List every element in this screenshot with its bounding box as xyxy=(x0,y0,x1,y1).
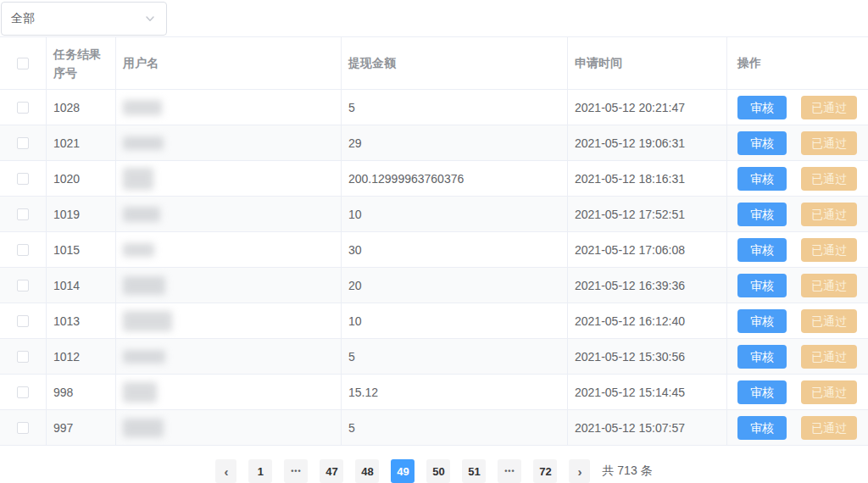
row-checkbox[interactable] xyxy=(17,173,29,185)
amount-cell: 20 xyxy=(342,268,568,303)
amount-cell: 29 xyxy=(342,125,568,160)
time-cell: 2021-05-12 16:12:40 xyxy=(568,303,727,338)
table-header-row: 任务结果序号 用户名 提现金额 申请时间 操作 xyxy=(0,37,868,90)
serial-cell: 1019 xyxy=(47,197,116,231)
select-all-checkbox[interactable] xyxy=(17,58,29,69)
audit-button[interactable]: 审核 xyxy=(737,167,787,191)
passed-button[interactable]: 已通过 xyxy=(801,131,857,155)
redacted-username xyxy=(123,419,164,437)
serial-cell: 1028 xyxy=(47,90,116,125)
time-cell: 2021-05-12 17:06:08 xyxy=(568,232,727,267)
page-button-1[interactable]: 1 xyxy=(248,459,272,483)
more-pages-icon[interactable]: ••• xyxy=(498,459,521,483)
row-checkbox[interactable] xyxy=(17,422,29,434)
redacted-username xyxy=(123,136,164,150)
page-button-47[interactable]: 47 xyxy=(320,459,343,483)
audit-button[interactable]: 审核 xyxy=(737,203,787,226)
audit-button[interactable]: 审核 xyxy=(737,309,787,333)
serial-cell: 1013 xyxy=(47,303,116,338)
serial-cell: 1015 xyxy=(47,232,116,267)
amount-cell: 30 xyxy=(342,232,568,267)
passed-button[interactable]: 已通过 xyxy=(801,345,857,369)
redacted-username xyxy=(123,207,160,222)
audit-button[interactable]: 审核 xyxy=(737,345,787,369)
table-row: 1028 5 2021-05-12 20:21:47 审核 已通过 xyxy=(0,90,868,125)
audit-button[interactable]: 审核 xyxy=(737,238,787,262)
serial-cell: 1012 xyxy=(47,339,116,374)
time-cell: 2021-05-12 15:30:56 xyxy=(568,339,727,374)
column-header-amount: 提现金额 xyxy=(342,37,568,89)
time-cell: 2021-05-12 18:16:31 xyxy=(568,161,727,196)
row-checkbox[interactable] xyxy=(17,386,29,398)
pagination: ‹ 1 ••• 47 48 49 50 51 ••• 72 › 共 713 条 xyxy=(0,459,868,483)
serial-cell: 1014 xyxy=(47,268,116,303)
more-pages-icon[interactable]: ••• xyxy=(284,459,308,483)
page-button-49-active[interactable]: 49 xyxy=(391,459,415,483)
chevron-down-icon xyxy=(144,13,156,25)
audit-button[interactable]: 审核 xyxy=(737,380,787,404)
passed-button[interactable]: 已通过 xyxy=(801,238,857,262)
row-checkbox[interactable] xyxy=(17,351,29,363)
page-button-51[interactable]: 51 xyxy=(462,459,486,483)
amount-cell: 15.12 xyxy=(342,375,568,409)
redacted-username xyxy=(123,350,165,364)
passed-button[interactable]: 已通过 xyxy=(801,309,857,333)
table-row: 1021 29 2021-05-12 19:06:31 审核 已通过 xyxy=(0,125,868,161)
total-count: 共 713 条 xyxy=(602,464,652,479)
serial-cell: 997 xyxy=(47,410,116,445)
time-cell: 2021-05-12 17:52:51 xyxy=(568,197,727,231)
row-checkbox[interactable] xyxy=(17,137,29,149)
table-row: 997 5 2021-05-12 15:07:57 审核 已通过 xyxy=(0,410,868,446)
redacted-username xyxy=(123,276,165,295)
withdrawals-table: 任务结果序号 用户名 提现金额 申请时间 操作 1028 5 2021-05-1… xyxy=(0,36,868,446)
audit-button[interactable]: 审核 xyxy=(737,416,787,440)
amount-cell: 200.12999963760376 xyxy=(342,161,568,196)
row-checkbox[interactable] xyxy=(17,244,29,256)
row-checkbox[interactable] xyxy=(17,280,29,291)
redacted-username xyxy=(123,100,162,115)
time-cell: 2021-05-12 20:21:47 xyxy=(568,90,727,125)
amount-cell: 5 xyxy=(342,90,568,125)
filter-select[interactable]: 全部 xyxy=(1,2,167,36)
redacted-username xyxy=(123,243,154,257)
redacted-username xyxy=(123,382,157,402)
passed-button[interactable]: 已通过 xyxy=(801,203,857,226)
passed-button[interactable]: 已通过 xyxy=(801,96,857,119)
row-checkbox[interactable] xyxy=(17,315,29,327)
row-checkbox[interactable] xyxy=(17,102,29,114)
column-header-time: 申请时间 xyxy=(568,37,727,89)
amount-cell: 10 xyxy=(342,197,568,231)
filter-selected-value: 全部 xyxy=(11,11,35,26)
column-header-username: 用户名 xyxy=(116,37,342,89)
next-page-button[interactable]: › xyxy=(569,459,590,483)
table-row: 1015 30 2021-05-12 17:06:08 审核 已通过 xyxy=(0,232,868,268)
table-row: 1012 5 2021-05-12 15:30:56 审核 已通过 xyxy=(0,339,868,375)
time-cell: 2021-05-12 19:06:31 xyxy=(568,125,727,160)
serial-cell: 1021 xyxy=(47,125,116,160)
time-cell: 2021-05-12 15:07:57 xyxy=(568,410,727,445)
passed-button[interactable]: 已通过 xyxy=(801,416,857,440)
audit-button[interactable]: 审核 xyxy=(737,274,787,297)
row-checkbox[interactable] xyxy=(17,208,29,220)
table-row: 998 15.12 2021-05-12 15:14:45 审核 已通过 xyxy=(0,375,868,410)
audit-button[interactable]: 审核 xyxy=(737,96,787,119)
time-cell: 2021-05-12 15:14:45 xyxy=(568,375,727,409)
page-button-48[interactable]: 48 xyxy=(355,459,379,483)
passed-button[interactable]: 已通过 xyxy=(801,274,857,297)
time-cell: 2021-05-12 16:39:36 xyxy=(568,268,727,303)
serial-cell: 998 xyxy=(47,375,116,409)
amount-cell: 5 xyxy=(342,339,568,374)
table-row: 1020 200.12999963760376 2021-05-12 18:16… xyxy=(0,161,868,197)
page-button-72[interactable]: 72 xyxy=(533,459,557,483)
column-header-serial: 任务结果序号 xyxy=(47,37,116,89)
table-row: 1014 20 2021-05-12 16:39:36 审核 已通过 xyxy=(0,268,868,303)
page-button-50[interactable]: 50 xyxy=(426,459,450,483)
redacted-username xyxy=(123,311,172,331)
amount-cell: 5 xyxy=(342,410,568,445)
prev-page-button[interactable]: ‹ xyxy=(215,459,236,483)
passed-button[interactable]: 已通过 xyxy=(801,380,857,404)
table-row: 1013 10 2021-05-12 16:12:40 审核 已通过 xyxy=(0,303,868,339)
table-row: 1019 10 2021-05-12 17:52:51 审核 已通过 xyxy=(0,197,868,232)
passed-button[interactable]: 已通过 xyxy=(801,167,857,191)
audit-button[interactable]: 审核 xyxy=(737,131,787,155)
